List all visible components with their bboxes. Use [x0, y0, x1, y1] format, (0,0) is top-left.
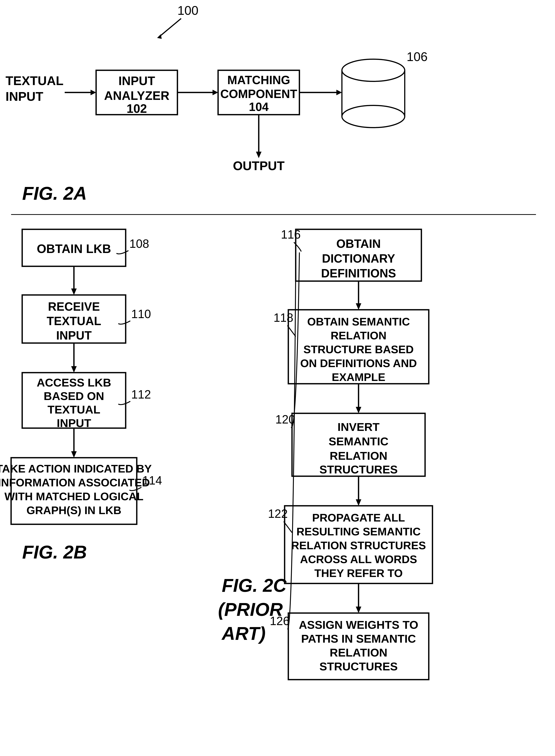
fig2a-label: FIG. 2A: [22, 183, 87, 204]
take-action-text1: TAKE ACTION INDICATED BY: [0, 463, 152, 475]
matching-component-text2: COMPONENT: [220, 87, 297, 101]
obtain-semantic-text3: STRUCTURE BASED: [303, 343, 414, 356]
svg-marker-25: [356, 407, 361, 413]
output-label: OUTPUT: [233, 159, 285, 173]
ref-106-label: 106: [407, 49, 427, 64]
input-analyzer-text3: 102: [127, 102, 147, 115]
access-lkb-text1: ACCESS LKB: [37, 376, 111, 389]
svg-marker-5: [213, 90, 218, 95]
svg-marker-19: [71, 366, 77, 373]
svg-line-0: [159, 18, 181, 37]
svg-marker-21: [71, 451, 77, 458]
access-lkb-text2: BASED ON: [44, 390, 104, 402]
receive-textual-text3: INPUT: [56, 329, 92, 342]
receive-textual-text2: TEXTUAL: [47, 314, 101, 328]
obtain-semantic-text2: RELATION: [331, 329, 386, 342]
ref-114: 114: [142, 474, 162, 487]
assign-weights-text4: STRUCTURES: [319, 660, 398, 673]
propagate-text1: PROPAGATE ALL: [312, 512, 405, 524]
take-action-text3: WITH MATCHED LOGICAL: [4, 490, 143, 503]
propagate-text5: THEY REFER TO: [314, 567, 403, 580]
svg-point-12: [342, 106, 405, 128]
input-analyzer-text1: INPUT: [119, 74, 155, 88]
propagate-text4: ACROSS ALL WORDS: [300, 553, 417, 565]
svg-marker-23: [356, 303, 361, 310]
assign-weights-text2: PATHS IN SEMANTIC: [301, 632, 416, 645]
ref-108: 108: [129, 237, 149, 250]
svg-marker-29: [356, 606, 361, 613]
matching-component-text3: 104: [249, 100, 269, 114]
ref-100-label: 100: [177, 3, 198, 17]
obtain-semantic-text4: ON DEFINITIONS AND: [300, 357, 417, 369]
svg-marker-7: [336, 90, 342, 95]
invert-semantic-text2: SEMANTIC: [329, 435, 388, 448]
prior-art-label1: (PRIOR: [218, 599, 283, 620]
fig2b-label: FIG. 2B: [22, 542, 87, 562]
access-lkb-text4: INPUT: [57, 416, 91, 429]
obtain-semantic-text1: OBTAIN SEMANTIC: [307, 316, 410, 328]
textual-input-label: TEXTUAL: [6, 74, 63, 88]
svg-marker-17: [71, 288, 77, 295]
textual-input-label2: INPUT: [6, 89, 43, 104]
invert-semantic-text1: INVERT: [338, 421, 379, 433]
assign-weights-text3: RELATION: [330, 646, 387, 659]
invert-semantic-text3: RELATION: [330, 449, 387, 462]
receive-textual-text1: RECEIVE: [48, 300, 100, 313]
ref-122: 122: [268, 507, 288, 520]
take-action-text2: INFORMATION ASSOCIATED: [0, 476, 150, 489]
access-lkb-text3: TEXTUAL: [47, 403, 100, 416]
obtain-dict-text2: DICTIONARY: [322, 252, 395, 265]
ref-110: 110: [131, 307, 151, 321]
svg-marker-3: [91, 90, 96, 95]
input-analyzer-text2: ANALYZER: [104, 89, 169, 103]
obtain-semantic-text5: EXAMPLE: [332, 371, 385, 383]
ref-120: 120: [275, 413, 295, 426]
fig2c-label: FIG. 2C: [222, 575, 287, 596]
assign-weights-text1: ASSIGN WEIGHTS TO: [299, 619, 418, 631]
ref-112: 112: [131, 388, 151, 401]
propagate-text3: RELATION STRUCTURES: [291, 539, 426, 552]
matching-component-text1: MATCHING: [227, 73, 290, 87]
obtain-dict-text3: DEFINITIONS: [321, 267, 396, 280]
svg-point-11: [342, 59, 405, 81]
obtain-lkb-text: OBTAIN LKB: [37, 242, 111, 255]
prior-art-label2: ART): [221, 623, 266, 644]
svg-marker-14: [256, 152, 261, 158]
propagate-text2: RESULTING SEMANTIC: [296, 525, 421, 538]
ref-118: 118: [273, 311, 293, 324]
invert-semantic-text4: STRUCTURES: [319, 463, 398, 476]
take-action-text4: GRAPH(S) IN LKB: [27, 504, 121, 517]
obtain-dict-text1: OBTAIN: [336, 237, 381, 250]
ref-116: 116: [281, 228, 301, 241]
svg-marker-27: [356, 499, 361, 506]
